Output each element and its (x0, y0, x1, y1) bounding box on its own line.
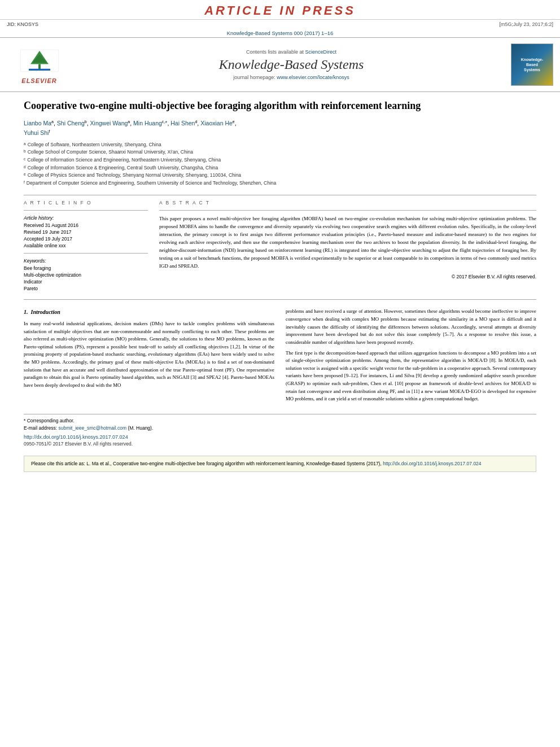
info-abstract-columns: A R T I C L E I N F O Article history: R… (24, 200, 536, 292)
keywords-section: Keywords: Bee foraging Multi-objective o… (24, 258, 148, 291)
journal-name-center: Contents lists available at ScienceDirec… (77, 49, 505, 80)
article-in-press-banner: ARTICLE IN PRESS (0, 0, 560, 20)
body-columns: 1. Introduction In many real-world indus… (24, 308, 536, 406)
rule-4 (159, 210, 536, 211)
meta-date: [m5G;July 23, 2017;6:2] (499, 21, 553, 27)
sciencedirect-link[interactable]: ScienceDirect (305, 49, 337, 55)
body-col-right: problems and have received a surge of at… (286, 308, 536, 406)
citation-text: Please cite this article as: L. Ma et al… (31, 461, 382, 466)
author-yuhui-shi[interactable]: Yuhui Shif (24, 129, 50, 136)
banner-text: ARTICLE IN PRESS (204, 3, 356, 18)
top-meta-row: JID: KNOSYS [m5G;July 23, 2017;6:2] (0, 20, 560, 29)
email-link[interactable]: submit_ieee_smc@hotmail.com (58, 425, 126, 431)
journal-thumbnail: Knowledge-BasedSystems (511, 43, 553, 86)
keyword-1: Bee foraging (24, 265, 148, 271)
elsevier-logo: ELSEVIER (7, 45, 72, 84)
homepage-link[interactable]: www.elsevier.com/locate/knosys (277, 75, 349, 80)
journal-header: ELSEVIER Contents lists available at Sci… (0, 37, 560, 92)
abstract-col: A B S T R A C T This paper proposes a no… (159, 200, 536, 292)
footnote-area: * Corresponding author. E-mail address: … (24, 414, 536, 447)
intro-para-3: The first type is the decomposition-base… (286, 350, 536, 403)
article-title: Cooperative two-engine multi-objective b… (24, 99, 536, 112)
keywords-label: Keywords: (24, 258, 148, 264)
doi-area: http://dx.doi.org/10.1016/j.knosys.2017.… (24, 434, 536, 440)
abstract-heading: A B S T R A C T (159, 200, 536, 206)
jid-label: JID: KNOSYS (7, 21, 38, 27)
intro-para-2: problems and have received a surge of at… (286, 308, 536, 346)
section-1-title: 1. Introduction (24, 308, 274, 317)
author-lianbo-ma[interactable]: Lianbo Maa (24, 120, 54, 126)
rule-1 (24, 195, 536, 195)
keyword-4: Pareto (24, 286, 148, 291)
section-number: 1. (24, 309, 28, 315)
rule-3 (24, 253, 148, 254)
revised-date: Revised 19 June 2017 (24, 229, 148, 235)
contents-available: Contents lists available at ScienceDirec… (77, 49, 505, 55)
abstract-text: This paper proposes a novel multi-object… (159, 215, 536, 270)
keyword-2: Multi-objective optimization (24, 272, 148, 278)
author-hai-shen[interactable]: Hai Shend (170, 120, 197, 126)
affiliation-e: e College of Physics Science and Technol… (24, 172, 536, 180)
section-title-text: Introduction (31, 309, 60, 315)
author-xingwei-wang[interactable]: Xingwei Wanga (90, 120, 130, 126)
article-info-heading: A R T I C L E I N F O (24, 200, 148, 206)
contents-label: Contents lists available at (246, 49, 304, 55)
received-date: Received 31 August 2016 (24, 222, 148, 228)
copyright-line: © 2017 Elsevier B.V. All rights reserved… (159, 274, 536, 279)
svg-rect-4 (28, 69, 50, 71)
history-label: Article history: (24, 215, 148, 221)
affiliation-b: b College School of Computer Science, Sh… (24, 148, 536, 156)
rule-2 (24, 210, 148, 211)
rule-5 (24, 299, 536, 300)
affiliations: a College of Software, Northeastern Univ… (24, 141, 536, 187)
affiliation-d: d College of Information Science & Engin… (24, 164, 536, 172)
doi-link[interactable]: http://dx.doi.org/10.1016/j.knosys.2017.… (24, 434, 128, 440)
thumbnail-inner: Knowledge-BasedSystems (511, 44, 553, 85)
accepted-date: Accepted 19 July 2017 (24, 236, 148, 242)
keyword-3: Indicator (24, 279, 148, 285)
journal-homepage: journal homepage: www.elsevier.com/locat… (77, 75, 505, 80)
issn-line: 0950-7051/© 2017 Elsevier B.V. All right… (24, 441, 536, 447)
affiliation-c: c College of Information Science and Eng… (24, 156, 536, 164)
elsevier-tree-icon (20, 45, 59, 76)
authors: Lianbo Maa, Shi Chengb, Xingwei Wanga, M… (24, 118, 536, 138)
paper-content: Cooperative two-engine multi-objective b… (0, 92, 560, 479)
email-label: E-mail address: (24, 425, 57, 431)
article-history: Article history: Received 31 August 2016… (24, 215, 148, 248)
author-xiaoxian-he[interactable]: Xiaoxian Hee (200, 120, 235, 126)
email-person: (M. Huang). (128, 425, 153, 431)
journal-citation-link[interactable]: Knowledge-Based Systems 000 (2017) 1–16 (227, 30, 334, 36)
thumbnail-text: Knowledge-BasedSystems (521, 57, 544, 72)
citation-box: Please cite this article as: L. Ma et al… (24, 456, 536, 472)
author-shi-cheng[interactable]: Shi Chengb (57, 120, 87, 126)
article-info-col: A R T I C L E I N F O Article history: R… (24, 200, 148, 292)
journal-citation: Knowledge-Based Systems 000 (2017) 1–16 (0, 29, 560, 37)
intro-para-1: In many real-world industrial applicatio… (24, 320, 274, 390)
author-min-huang[interactable]: Min Huangc,* (133, 120, 167, 126)
available-date: Available online xxx (24, 243, 148, 248)
corresponding-note: * Corresponding author. (24, 418, 536, 423)
citation-doi-link[interactable]: http://dx.doi.org/10.1016/j.knosys.2017.… (383, 461, 481, 466)
body-col-left: 1. Introduction In many real-world indus… (24, 308, 274, 406)
email-note: E-mail address: submit_ieee_smc@hotmail.… (24, 425, 536, 431)
journal-title: Knowledge-Based Systems (77, 57, 505, 72)
affiliation-a: a College of Software, Northeastern Univ… (24, 141, 536, 149)
homepage-label: journal homepage: (233, 75, 275, 80)
elsevier-wordmark: ELSEVIER (21, 77, 56, 84)
affiliation-f: f Department of Computer Science and Eng… (24, 180, 536, 187)
